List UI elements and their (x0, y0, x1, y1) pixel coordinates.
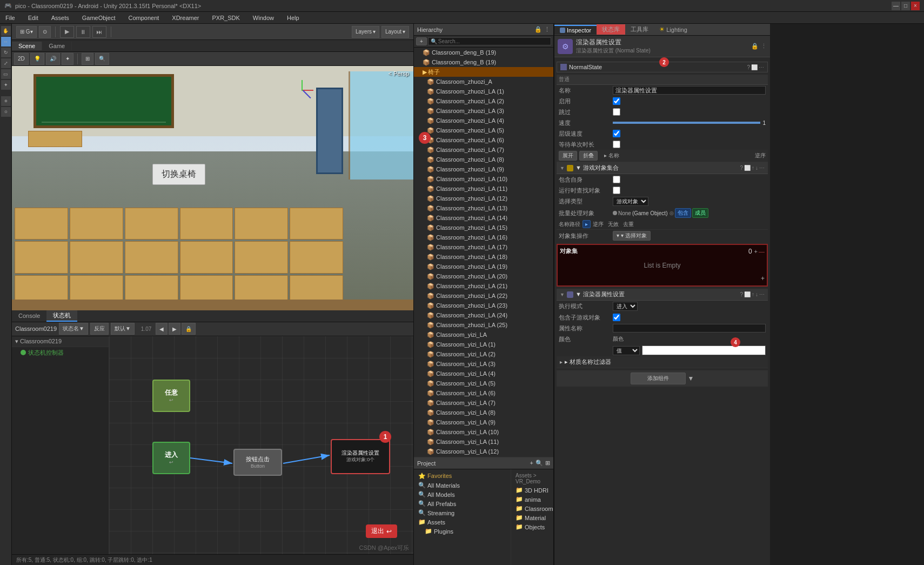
menu-help[interactable]: Help (284, 14, 303, 22)
fold-btn[interactable]: 折叠 (579, 151, 598, 161)
select-obj-btn[interactable]: ▾ ▾ 选择对象 (613, 231, 651, 241)
node-renderer[interactable]: 渲染器属性设置 游戏对象:0个 (331, 439, 390, 474)
hierarchy-item[interactable]: 📦Classroom_yizi_LA (12) (414, 447, 553, 456)
global-toggle[interactable]: ⊙ (39, 26, 51, 38)
normal-state-check[interactable]: ? (747, 64, 750, 70)
anim-lock[interactable]: 🔒 (182, 323, 196, 335)
hierarchy-item[interactable]: 📦Classroom_zhuozi_LA (23) (414, 301, 553, 310)
menu-edit[interactable]: Edit (25, 14, 42, 22)
hand-tool[interactable]: ✋ (1, 26, 11, 36)
tree-item-all-materials[interactable]: 🔍 All Materials (416, 481, 508, 490)
hierarchy-item[interactable]: 📦Classroom_zhuozi_LA (16) (414, 232, 553, 242)
project-icon-3[interactable]: ⊞ (545, 460, 550, 467)
renderer-opts[interactable]: ⋯ (759, 291, 765, 297)
hierarchy-item[interactable]: 📦Classroom_zhuozi_LA (2) (414, 96, 553, 106)
tree-item-streaming[interactable]: 🔍 Streaming (416, 508, 508, 517)
hierarchy-item[interactable]: 📦Classroom_zhuozi_LA (9) (414, 164, 553, 174)
add-component-btn[interactable]: 添加组件 (631, 373, 686, 384)
game-obj-set-section[interactable]: ▼ ▼ 游戏对象集合 ? ⬜ ↑ ↓ ⋯ (557, 162, 768, 174)
project-icon-2[interactable]: 🔍 (535, 460, 543, 467)
menu-assets[interactable]: Assets (48, 14, 72, 22)
menu-file[interactable]: File (2, 14, 18, 22)
folder-anima[interactable]: 📁 anima (513, 495, 551, 504)
jump-checkbox[interactable] (613, 108, 620, 116)
wait-checkbox[interactable] (613, 141, 620, 148)
folder-classroom[interactable]: 📁 Classroom (513, 504, 551, 513)
hierarchy-item[interactable]: 📦Classroom_yizi_LA (11) (414, 437, 553, 447)
hierarchy-item[interactable]: 📦Classroom_zhuozi_LA (21) (414, 281, 553, 291)
hierarchy-item[interactable]: 📦Classroom_zhuozi_LA (5) (414, 125, 553, 135)
hierarchy-item[interactable]: 📦Classroom_zhuozi_LA (10) (414, 174, 553, 184)
hierarchy-item[interactable]: 📦Classroom_zhuozi_LA (4) (414, 116, 553, 125)
gizmos-toggle[interactable]: ⊞ (82, 53, 93, 65)
tab-scene[interactable]: Scene (12, 42, 42, 50)
play-button[interactable]: ▶ (60, 26, 74, 38)
anim-tool-1[interactable]: ◀ (156, 323, 168, 335)
obj-set-remove[interactable]: — (759, 248, 765, 255)
animator-reverse-btn[interactable]: 反应 (90, 323, 109, 335)
inspector-more-icon[interactable]: ⋮ (761, 43, 767, 50)
layers-dropdown[interactable]: Layers ▾ (352, 26, 379, 38)
runtime-find-checkbox[interactable] (613, 187, 620, 194)
transform-tool[interactable]: ✦ (1, 80, 11, 90)
sound-toggle[interactable]: 🔊 (46, 53, 60, 65)
hierarchy-item[interactable]: 📦Classroom_zhuozi_LA (13) (414, 203, 553, 213)
hierarchy-item[interactable]: 📦Classroom_zhuozi_LA (24) (414, 310, 553, 320)
hierarchy-lock-icon[interactable]: 🔒 (534, 26, 542, 33)
menu-component[interactable]: Component (125, 14, 162, 22)
animator-default-btn[interactable]: 默认▼ (111, 323, 135, 335)
color-picker[interactable] (642, 345, 766, 355)
batch-obj-search[interactable]: ◎ (669, 210, 674, 216)
state-machine-item[interactable]: 状态机控制器 (12, 347, 109, 358)
set-opts[interactable]: ⋯ (759, 165, 765, 171)
property-name-input[interactable] (613, 324, 766, 333)
hierarchy-item[interactable]: 📦Classroom_yizi_LA (10) (414, 427, 553, 437)
hierarchy-add-btn[interactable]: + (416, 37, 427, 45)
include-tag[interactable]: 包含 (675, 208, 691, 218)
rect-tool[interactable]: ▭ (1, 69, 11, 79)
hierarchy-item[interactable]: 📦Classroom_yizi_LA (7) (414, 398, 553, 408)
set-copy[interactable]: ⬜ (744, 165, 751, 171)
hierarchy-item[interactable]: 📦 Classroom_deng_B (19) (414, 57, 553, 67)
layer-speed-checkbox[interactable] (613, 130, 620, 137)
local-toggle[interactable]: ⊙ (1, 107, 11, 117)
hierarchy-item[interactable]: 📦Classroom_yizi_LA (8) (414, 408, 553, 417)
exec-mode-dropdown[interactable]: 进入 (613, 302, 638, 311)
node-button[interactable]: 按钮点击 Button (233, 449, 282, 476)
anim-tool-2[interactable]: ▶ (169, 323, 180, 335)
hierarchy-item[interactable]: 📦Classroom_yizi_LA (2) (414, 349, 553, 359)
pause-button[interactable]: ⏸ (76, 26, 90, 38)
member-tag[interactable]: 成员 (692, 208, 708, 218)
list-add-btn[interactable]: + (761, 275, 765, 282)
renderer-up[interactable]: ↑ (752, 291, 754, 297)
tab-game[interactable]: Game (42, 42, 72, 50)
animator-state-dropdown[interactable]: 状态名▼ (59, 323, 88, 335)
search-field[interactable]: 🔍 (95, 53, 109, 65)
menu-window[interactable]: Window (250, 14, 277, 22)
expand-btn[interactable]: 展开 (559, 151, 577, 161)
scale-tool[interactable]: ⤢ (1, 58, 11, 68)
folder-material[interactable]: 📁 Material (513, 513, 551, 522)
tree-item-all-models[interactable]: 🔍 All Models (416, 490, 508, 499)
renderer-section-header[interactable]: ▼ ▼ 渲染器属性设置 ? ⬜ ↑ ↓ ⋯ (557, 289, 768, 301)
enabled-checkbox[interactable] (613, 97, 620, 105)
grid-toggle[interactable]: ⊞ G▾ (16, 26, 37, 38)
animator-canvas[interactable]: 任意 ↩ 进入 ↩ (109, 336, 413, 555)
hierarchy-item[interactable]: 📦Classroom_zhuozi_LA (14) (414, 213, 553, 223)
tree-item-plugins[interactable]: 📁 Plugins (416, 527, 508, 536)
hierarchy-item[interactable]: 📦Classroom_zhuozi_LA (22) (414, 291, 553, 301)
tree-item-all-prefabs[interactable]: 🔍 All Prefabs (416, 499, 508, 508)
pivot-toggle[interactable]: ⊕ (1, 96, 11, 106)
hierarchy-item[interactable]: 📦 Classroom_deng_B (19) (414, 48, 553, 57)
hierarchy-item[interactable]: 📦Classroom_yizi_LA (414, 330, 553, 340)
hierarchy-search-input[interactable] (438, 38, 548, 44)
hierarchy-item[interactable]: 📦Classroom_zhuozi_LA (8) (414, 155, 553, 164)
scene-viewport[interactable]: 切换桌椅 < Persp (12, 66, 413, 310)
set-up[interactable]: ↑ (752, 165, 754, 171)
2d-toggle[interactable]: 2D (14, 53, 29, 65)
renderer-copy[interactable]: ⬜ (744, 291, 751, 297)
fx-toggle[interactable]: ✦ (62, 53, 73, 65)
normal-state-copy[interactable]: ⬜ (751, 64, 758, 70)
select-type-dropdown[interactable]: 游戏对象 (613, 197, 648, 206)
menu-gameobject[interactable]: GameObject (79, 14, 119, 22)
